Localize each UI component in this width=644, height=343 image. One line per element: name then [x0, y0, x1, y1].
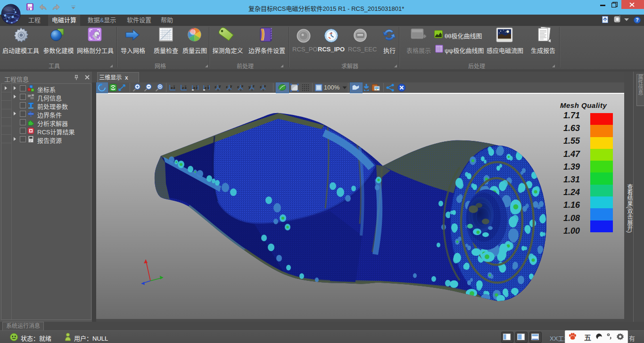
svg-text:z: z — [226, 85, 228, 89]
svg-text:y: y — [207, 84, 209, 87]
svg-text:z: z — [182, 86, 184, 90]
svg-text:z: z — [253, 84, 255, 88]
svg-text:z: z — [215, 85, 216, 89]
svg-text:x: x — [251, 89, 253, 91]
svg-text:y: y — [185, 84, 186, 87]
svg-text:y: y — [230, 84, 232, 88]
svg-text:x: x — [264, 84, 266, 88]
svg-text:x: x — [193, 86, 196, 90]
svg-text:x: x — [241, 84, 244, 88]
svg-text:z: z — [260, 85, 262, 89]
svg-text:x: x — [217, 89, 219, 91]
svg-text:?: ? — [636, 17, 638, 23]
svg-text:y: y — [248, 85, 251, 89]
svg-text:x: x — [263, 89, 264, 91]
svg-text:z: z — [237, 85, 239, 89]
svg-text:x: x — [171, 86, 173, 90]
svg-text:x: x — [229, 89, 230, 91]
svg-text:y: y — [196, 84, 198, 87]
svg-text:y: y — [219, 84, 221, 88]
svg-text:x: x — [240, 89, 241, 91]
svg-text:z: z — [205, 86, 206, 90]
svg-text:y: y — [173, 84, 175, 87]
